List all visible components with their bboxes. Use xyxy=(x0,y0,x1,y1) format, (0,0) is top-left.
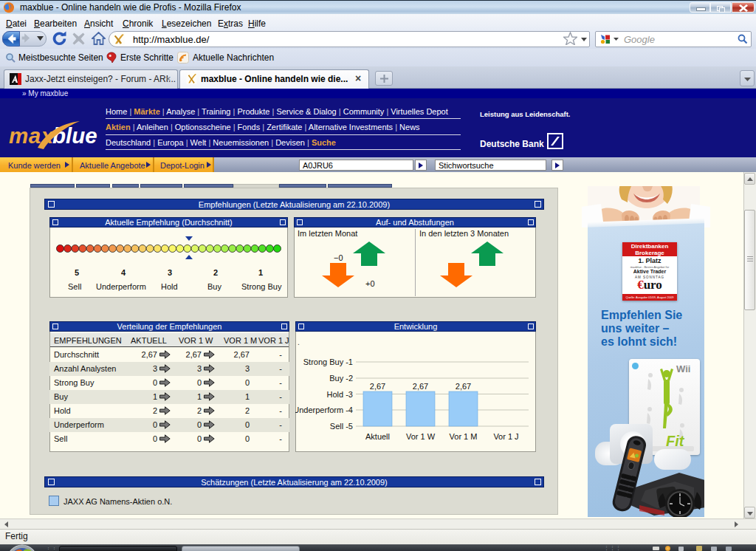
svg-text:Buy -2: Buy -2 xyxy=(329,374,353,383)
svg-text:Strong Buy -1: Strong Buy -1 xyxy=(303,357,353,366)
svg-text:Vor 1 M: Vor 1 M xyxy=(450,432,478,441)
svg-text:Vor 1 J: Vor 1 J xyxy=(493,432,518,441)
svg-text:2,67: 2,67 xyxy=(370,382,385,391)
svg-text:2,67: 2,67 xyxy=(456,382,471,391)
svg-text:Vor 1 W: Vor 1 W xyxy=(406,432,436,441)
svg-text:Aktuell: Aktuell xyxy=(365,432,390,441)
svg-text:2,67: 2,67 xyxy=(413,382,428,391)
svg-text:Hold -3: Hold -3 xyxy=(327,390,353,399)
svg-text:Underperform -4: Underperform -4 xyxy=(295,405,353,414)
svg-text:blue: blue xyxy=(52,123,97,148)
svg-text:Sell -5: Sell -5 xyxy=(330,422,353,431)
